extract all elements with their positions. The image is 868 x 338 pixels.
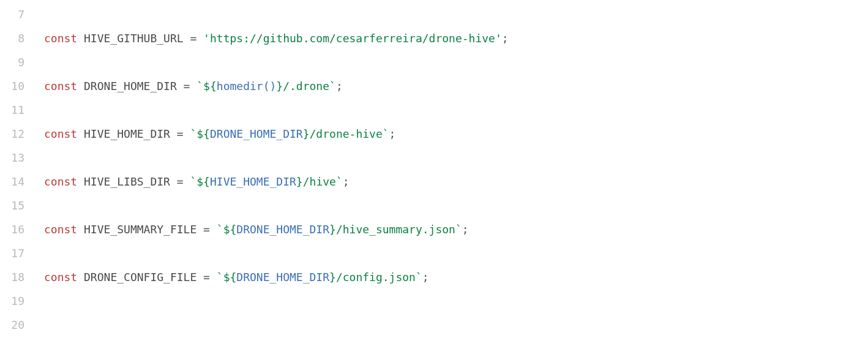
template-open: ${ — [223, 271, 237, 284]
operator-equals: = — [177, 80, 197, 92]
line-number: 15 — [0, 193, 24, 217]
line-number: 7 — [0, 2, 24, 26]
template-close: } — [276, 80, 283, 92]
backtick: ` — [190, 127, 196, 140]
template-close: } — [329, 223, 336, 236]
line-number: 16 — [0, 217, 24, 241]
backtick: ` — [217, 271, 223, 284]
template-expression: DRONE_HOME_DIR — [236, 223, 329, 236]
code-line: const HIVE_LIBS_DIR = `${HIVE_HOME_DIR}/… — [44, 170, 641, 193]
line-number: 19 — [0, 289, 24, 313]
keyword-const: const — [44, 127, 77, 140]
line-number: 8 — [0, 26, 24, 50]
semicolon: ; — [462, 223, 469, 236]
template-close: } — [296, 175, 303, 188]
identifier: HIVE_GITHUB_URL — [84, 32, 184, 45]
template-expression: homedir() — [217, 80, 277, 92]
template-open: ${ — [203, 80, 217, 92]
keyword-const: const — [44, 271, 77, 284]
line-number: 11 — [0, 98, 24, 122]
identifier: HIVE_LIBS_DIR — [84, 175, 170, 188]
string-quote: ' — [203, 32, 210, 45]
code-line-blank — [44, 313, 641, 337]
string-literal: https://github.com/cesarferreira/drone-h… — [210, 32, 495, 45]
template-open: ${ — [223, 223, 237, 236]
string-literal: /.drone — [283, 80, 329, 92]
operator-equals: = — [184, 32, 204, 45]
keyword-const: const — [44, 32, 77, 45]
line-number: 18 — [0, 265, 24, 289]
line-number: 14 — [0, 170, 24, 193]
line-number-gutter: 7 8 9 10 11 12 13 14 15 16 17 18 19 20 — [0, 0, 32, 338]
line-number: 20 — [0, 313, 24, 337]
identifier: DRONE_CONFIG_FILE — [84, 271, 196, 284]
template-close: } — [303, 127, 310, 140]
backtick: ` — [416, 271, 422, 284]
template-close: } — [329, 271, 336, 284]
identifier: DRONE_HOME_DIR — [84, 80, 177, 92]
semicolon: ; — [389, 127, 396, 140]
code-content[interactable]: const HIVE_GITHUB_URL = 'https://github.… — [32, 0, 641, 338]
line-number: 17 — [0, 241, 24, 265]
template-open: ${ — [196, 127, 210, 140]
code-line: const DRONE_CONFIG_FILE = `${DRONE_HOME_… — [44, 265, 641, 289]
string-literal: /drone-hive — [310, 127, 383, 140]
keyword-const: const — [44, 175, 77, 188]
string-quote: ' — [495, 32, 502, 45]
code-line: const DRONE_HOME_DIR = `${homedir()}/.dr… — [44, 74, 641, 98]
semicolon: ; — [343, 175, 350, 188]
code-viewer: 7 8 9 10 11 12 13 14 15 16 17 18 19 20 c… — [0, 0, 868, 338]
backtick: ` — [383, 127, 389, 140]
string-literal: /hive — [303, 175, 336, 188]
backtick: ` — [329, 80, 336, 92]
code-line: const HIVE_GITHUB_URL = 'https://github.… — [44, 26, 641, 50]
backtick: ` — [190, 175, 196, 188]
string-literal: /hive_summary.json — [336, 223, 455, 236]
template-open: ${ — [196, 175, 210, 188]
template-expression: HIVE_HOME_DIR — [210, 175, 296, 188]
line-number: 9 — [0, 50, 24, 74]
backtick: ` — [336, 175, 343, 188]
backtick: ` — [196, 80, 203, 92]
line-number: 10 — [0, 74, 24, 98]
semicolon: ; — [502, 32, 509, 45]
keyword-const: const — [44, 80, 77, 92]
line-number: 13 — [0, 146, 24, 170]
code-line: const HIVE_HOME_DIR = `${DRONE_HOME_DIR}… — [44, 122, 641, 146]
line-number: 12 — [0, 122, 24, 146]
operator-equals: = — [196, 271, 217, 284]
identifier: HIVE_HOME_DIR — [84, 127, 170, 140]
identifier: HIVE_SUMMARY_FILE — [84, 223, 196, 236]
backtick: ` — [217, 223, 223, 236]
operator-equals: = — [170, 127, 190, 140]
keyword-const: const — [44, 223, 77, 236]
template-expression: DRONE_HOME_DIR — [210, 127, 303, 140]
string-literal: /config.json — [336, 271, 416, 284]
backtick: ` — [455, 223, 462, 236]
template-expression: DRONE_HOME_DIR — [236, 271, 329, 284]
semicolon: ; — [336, 80, 343, 92]
operator-equals: = — [170, 175, 190, 188]
operator-equals: = — [196, 223, 217, 236]
semicolon: ; — [422, 271, 429, 284]
code-line: const HIVE_SUMMARY_FILE = `${DRONE_HOME_… — [44, 217, 641, 241]
